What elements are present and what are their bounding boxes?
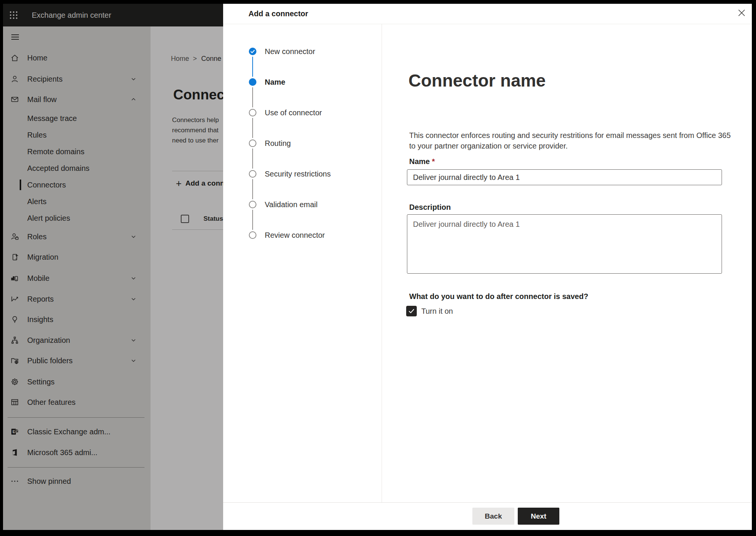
after-save-question: What do you want to do after connector i…	[409, 292, 588, 301]
step-connector-line	[252, 149, 253, 169]
person-icon	[10, 74, 19, 84]
sidebar-item-m365-admin[interactable]: Microsoft 365 admi...	[3, 442, 151, 463]
sidebar-item-mail-flow[interactable]: Mail flow	[3, 89, 151, 110]
sidebar-item-connectors[interactable]: Connectors	[3, 177, 151, 193]
app-title: Exchange admin center	[32, 4, 111, 26]
waffle-icon[interactable]	[9, 11, 18, 20]
turn-it-on-label: Turn it on	[421, 307, 453, 316]
step-label-use-of-connector[interactable]: Use of connector	[265, 109, 322, 116]
required-marker: *	[432, 157, 435, 166]
gear-icon	[10, 377, 19, 386]
table-icon	[10, 398, 19, 407]
step-label-security-restrictions[interactable]: Security restrictions	[265, 170, 331, 178]
sidebar-item-settings[interactable]: Settings	[3, 372, 151, 392]
step-circle-completed[interactable]	[249, 48, 256, 55]
sidebar-item-message-trace[interactable]: Message trace	[3, 110, 151, 127]
page-description-line: Connectors help	[172, 116, 219, 124]
folder-globe-icon	[10, 356, 19, 365]
dialog-footer-divider	[223, 502, 752, 503]
sidebar-item-remote-domains[interactable]: Remote domains	[3, 143, 151, 160]
sidebar-item-migration[interactable]: Migration	[3, 247, 151, 267]
chevron-down-icon	[131, 296, 136, 302]
wizard-column-divider	[382, 24, 382, 502]
breadcrumb-home[interactable]: Home	[171, 55, 189, 62]
roles-icon	[10, 232, 19, 241]
step-circle-upcoming[interactable]	[249, 139, 256, 147]
step-circle-upcoming[interactable]	[249, 109, 256, 116]
breadcrumb-separator: >	[193, 55, 197, 63]
hamburger-icon[interactable]	[11, 33, 20, 42]
sidebar-item-mobile[interactable]: Mobile	[3, 268, 151, 288]
chevron-down-icon	[131, 276, 136, 281]
step-connector-line	[252, 118, 253, 138]
step-label-validation-email[interactable]: Validation email	[265, 201, 318, 208]
sidebar-item-reports[interactable]: Reports	[3, 289, 151, 309]
close-icon[interactable]	[736, 7, 747, 19]
name-input[interactable]	[407, 169, 722, 185]
ellipsis-icon	[10, 477, 19, 486]
screenshot-frame: Exchange admin center Home Recipients Ma…	[0, 0, 756, 536]
add-connector-button[interactable]: + Add a conn	[176, 178, 223, 189]
name-field-label: Name *	[409, 157, 435, 166]
sidebar-item-recipients[interactable]: Recipients	[3, 69, 151, 89]
content-description: This connector enforces routing and secu…	[409, 130, 731, 151]
mail-icon	[10, 95, 19, 104]
turn-it-on-checkbox[interactable]	[406, 306, 417, 316]
list-divider	[172, 229, 223, 230]
step-label-routing[interactable]: Routing	[265, 139, 291, 147]
sidebar-item-alert-policies[interactable]: Alert policies	[3, 210, 151, 226]
select-all-checkbox[interactable]	[181, 215, 189, 223]
chevron-down-icon	[131, 338, 136, 343]
step-connector-line	[252, 179, 253, 199]
step-circle-upcoming[interactable]	[249, 170, 256, 178]
sidebar-item-alerts[interactable]: Alerts	[3, 193, 151, 210]
add-connector-dialog: Add a connector New connector Name Use o…	[223, 4, 752, 530]
content-title: Connector name	[408, 70, 546, 91]
m365-logo-icon	[10, 448, 19, 457]
description-field-label: Description	[409, 203, 451, 212]
step-label-new-connector[interactable]: New connector	[265, 48, 315, 55]
sidebar-item-show-pinned[interactable]: Show pinned	[3, 471, 151, 491]
back-button[interactable]: Back	[472, 508, 514, 525]
toolbar-divider	[172, 171, 223, 171]
step-connector-line	[252, 210, 253, 230]
page-title: Connec	[173, 87, 223, 103]
top-app-bar: Exchange admin center	[3, 4, 223, 26]
sidebar-item-insights[interactable]: Insights	[3, 309, 151, 330]
sidebar-item-rules[interactable]: Rules	[3, 127, 151, 143]
org-chart-icon	[10, 336, 19, 345]
mobile-icon	[10, 274, 19, 283]
step-circle-current[interactable]	[249, 78, 256, 86]
lightbulb-icon	[10, 315, 19, 324]
step-circle-upcoming[interactable]	[249, 201, 256, 208]
sidebar-item-organization[interactable]: Organization	[3, 330, 151, 350]
reports-icon	[10, 294, 19, 304]
sidebar-item-classic-exchange[interactable]: E Classic Exchange adm...	[3, 421, 151, 442]
sidebar-item-accepted-domains[interactable]: Accepted domains	[3, 160, 151, 177]
dialog-header-divider	[223, 24, 752, 24]
step-label-name[interactable]: Name	[265, 78, 285, 86]
sidebar-item-home[interactable]: Home	[3, 48, 151, 68]
step-connector-line	[252, 57, 253, 77]
sidebar-divider	[8, 467, 144, 468]
sidebar-item-public-folders[interactable]: Public folders	[3, 350, 151, 371]
selected-indicator	[20, 180, 21, 190]
exchange-logo-icon: E	[10, 427, 19, 436]
step-circle-upcoming[interactable]	[249, 231, 256, 239]
migration-icon	[10, 253, 19, 262]
chevron-up-icon	[131, 97, 136, 102]
chevron-down-icon	[131, 234, 136, 239]
check-icon	[251, 50, 255, 53]
description-textarea[interactable]: Deliver journal directly to Area 1	[407, 214, 722, 274]
sidebar-item-roles[interactable]: Roles	[3, 226, 151, 247]
connectors-page: Home > Conne Connec Connectors help reco…	[151, 26, 223, 530]
home-icon	[10, 53, 19, 62]
check-icon	[409, 310, 414, 313]
dialog-title: Add a connector	[248, 9, 308, 18]
next-button[interactable]: Next	[518, 508, 559, 525]
svg-text:E: E	[12, 429, 15, 434]
chevron-down-icon	[131, 358, 136, 363]
chevron-down-icon	[131, 76, 136, 82]
sidebar-item-other-features[interactable]: Other features	[3, 392, 151, 412]
step-label-review-connector[interactable]: Review connector	[265, 231, 325, 239]
